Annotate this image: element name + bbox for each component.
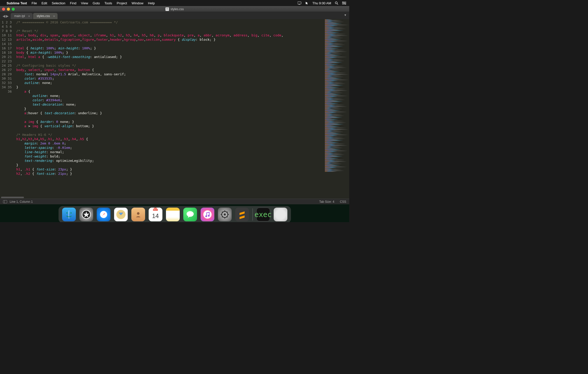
dock-contacts-icon[interactable] <box>131 208 145 221</box>
svg-line-3 <box>337 4 338 5</box>
nav-forward-icon[interactable]: ▶ <box>6 14 9 18</box>
tab-main-tpl[interactable]: main.tpl × <box>11 13 33 19</box>
menu-goto[interactable]: Goto <box>93 1 100 5</box>
menu-window[interactable]: Window <box>132 1 143 5</box>
menu-edit[interactable]: Edit <box>41 1 47 5</box>
panel-switcher-icon[interactable] <box>3 200 7 203</box>
tab-label: main.tpl <box>14 14 25 18</box>
window-title: styles.css <box>165 7 184 11</box>
dock-finder-icon[interactable] <box>62 208 76 221</box>
line-number-gutter: 1 2 3 4 5 6 7 8 9 10 11 12 13 14 15 16 1… <box>0 19 14 196</box>
close-window-button[interactable] <box>2 8 5 11</box>
menu-tools[interactable]: Tools <box>104 1 112 5</box>
dock-trash-icon[interactable] <box>274 208 287 221</box>
dock-messages-icon[interactable] <box>183 208 197 221</box>
svg-point-2 <box>335 2 337 4</box>
svg-point-19 <box>205 215 207 217</box>
menubar-clock[interactable]: Thu 9:00 AM <box>312 1 331 5</box>
dock-safari-icon[interactable] <box>97 208 110 221</box>
svg-point-10 <box>66 212 67 213</box>
cursor-position[interactable]: Line 1, Column 1 <box>10 200 33 204</box>
minimize-window-button[interactable] <box>7 8 10 11</box>
file-icon <box>165 7 169 11</box>
display-mirror-icon[interactable] <box>298 2 302 5</box>
cursor-icon[interactable] <box>305 1 309 5</box>
svg-rect-0 <box>298 2 301 4</box>
dock-launchpad-icon[interactable] <box>79 208 93 221</box>
svg-point-20 <box>208 215 209 217</box>
svg-marker-15 <box>102 214 104 216</box>
menu-view[interactable]: View <box>81 1 88 5</box>
menu-project[interactable]: Project <box>117 1 127 5</box>
svg-point-8 <box>344 3 345 4</box>
svg-point-11 <box>71 212 72 213</box>
svg-point-9 <box>345 4 346 5</box>
calendar-day: 14 <box>152 211 159 221</box>
svg-rect-1 <box>299 4 300 5</box>
dock-sublime-icon[interactable] <box>235 208 249 221</box>
dock-notes-icon[interactable] <box>166 208 180 221</box>
svg-point-7 <box>343 2 343 3</box>
tab-overflow-icon[interactable]: ▼ <box>344 13 347 17</box>
menu-file[interactable]: File <box>32 1 37 5</box>
status-bar: Line 1, Column 1 Tab Size: 4 CSS <box>0 199 349 204</box>
minimap[interactable] <box>324 19 349 196</box>
svg-point-18 <box>187 211 194 217</box>
editor-area: 1 2 3 4 5 6 7 8 9 10 11 12 13 14 15 16 1… <box>0 19 349 196</box>
window-title-text: styles.css <box>171 7 184 11</box>
control-center-icon[interactable] <box>342 2 346 5</box>
horizontal-scrollbar[interactable] <box>0 196 349 199</box>
dock-terminal-icon[interactable]: exec <box>256 208 270 221</box>
svg-point-17 <box>137 212 139 215</box>
dock-mail-icon[interactable] <box>114 208 128 221</box>
calendar-month: SEP <box>153 208 158 211</box>
tab-close-icon[interactable]: × <box>53 14 55 18</box>
menu-selection[interactable]: Selection <box>52 1 65 5</box>
menu-find[interactable]: Find <box>70 1 76 5</box>
app-name[interactable]: Sublime Text <box>7 1 27 5</box>
tab-styles-css[interactable]: styles.css × <box>33 13 58 19</box>
dock-divider <box>253 208 253 221</box>
tab-close-icon[interactable]: × <box>28 14 30 18</box>
history-nav: ◀ ▶ <box>2 14 11 19</box>
nav-back-icon[interactable]: ◀ <box>3 14 5 18</box>
terminal-label: exec <box>255 210 272 219</box>
dock-itunes-icon[interactable] <box>201 208 214 221</box>
fullscreen-window-button[interactable] <box>12 8 15 11</box>
svg-point-22 <box>224 213 226 215</box>
dock: SEP 14 exec <box>59 206 291 222</box>
menu-help[interactable]: Help <box>148 1 155 5</box>
code-editor[interactable]: /* =========== © 2016 Centroarts.com ===… <box>14 19 324 196</box>
tab-bar: ◀ ▶ main.tpl × styles.css × ▼ <box>0 12 349 19</box>
tab-label: styles.css <box>37 14 50 18</box>
syntax-mode[interactable]: CSS <box>340 200 346 204</box>
dock-settings-icon[interactable] <box>218 208 232 221</box>
traffic-lights <box>2 8 15 11</box>
macos-menubar: Sublime Text File Edit Selection Find Vi… <box>0 0 349 6</box>
tab-size[interactable]: Tab Size: 4 <box>319 200 334 204</box>
desktop-background: SEP 14 exec <box>0 204 349 222</box>
scrollbar-thumb[interactable] <box>1 197 24 198</box>
spotlight-icon[interactable] <box>335 1 339 5</box>
window-titlebar: styles.css <box>0 6 349 12</box>
dock-calendar-icon[interactable]: SEP 14 <box>149 208 162 221</box>
